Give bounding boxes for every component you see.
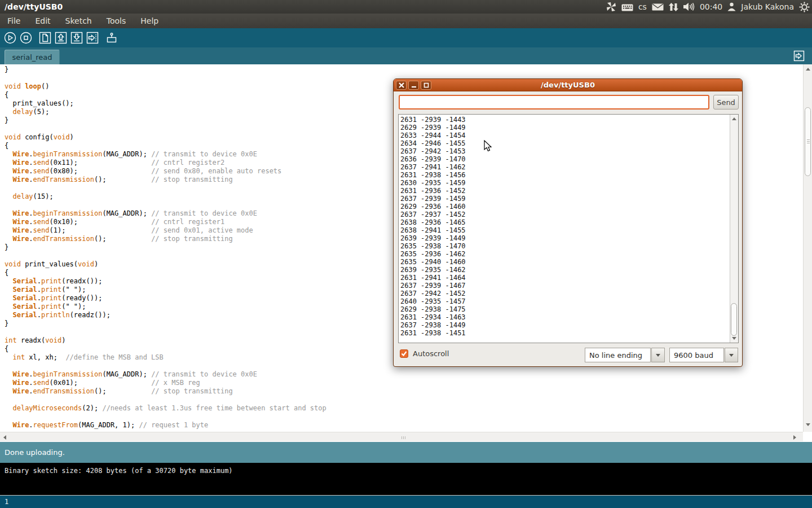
line-ending-dropdown-button[interactable]: [651, 348, 665, 362]
checkmark-icon: [400, 350, 408, 357]
tab-bar: serial_read: [0, 47, 812, 64]
screen: /dev/ttyUSB0 cs 00:40 Jakub Kakona FileE…: [0, 0, 812, 508]
status-message: Done uploading.: [5, 448, 65, 457]
line-indicator: 1: [5, 498, 8, 506]
line-number-bar: 1: [0, 495, 812, 508]
mouse-cursor: [484, 140, 493, 155]
volume-icon[interactable]: [683, 2, 695, 11]
autoscroll-label: Autoscroll: [413, 349, 449, 358]
session-gear-icon[interactable]: [799, 2, 810, 12]
serial-output[interactable]: 2631 -2939 -1443 2629 -2939 -1449 2633 -…: [400, 116, 466, 337]
scroll-left-icon[interactable]: [3, 435, 6, 440]
thumb-grip: [807, 139, 810, 140]
serial-monitor-button[interactable]: [104, 30, 119, 45]
chevron-down-icon: [729, 354, 734, 357]
keyboard-icon[interactable]: [621, 3, 633, 11]
hthumb-grip: [401, 436, 402, 439]
verify-button[interactable]: [3, 30, 17, 45]
top-panel: /dev/ttyUSB0 cs 00:40 Jakub Kakona: [0, 0, 812, 14]
tab-serial-read[interactable]: serial_read: [5, 50, 60, 64]
serial-monitor-titlebar[interactable]: /dev/ttyUSB0: [394, 79, 742, 91]
close-icon: [399, 82, 404, 88]
save-sketch-button[interactable]: [69, 30, 84, 45]
open-sketch-button[interactable]: [54, 30, 68, 45]
mail-icon[interactable]: [652, 3, 664, 11]
keyboard-layout-label[interactable]: cs: [638, 2, 647, 11]
clock-label[interactable]: 00:40: [700, 2, 722, 11]
autoscroll-checkbox[interactable]: [400, 349, 408, 358]
menu-item-sketch[interactable]: Sketch: [58, 14, 99, 28]
serial-monitor-title: /dev/ttyUSB0: [394, 81, 742, 89]
code-editor[interactable]: } void loop() { print_values(); delay(5)…: [5, 65, 326, 430]
tab-menu-button[interactable]: [793, 50, 805, 62]
status-bar: Done uploading.: [0, 442, 812, 463]
tab-label: serial_read: [12, 53, 52, 62]
minimize-icon: [411, 82, 417, 88]
scroll-up-icon[interactable]: [806, 68, 810, 71]
serial-input[interactable]: [399, 95, 709, 110]
new-sketch-button[interactable]: [38, 30, 52, 45]
chevron-down-icon: [656, 354, 660, 357]
maximize-icon: [423, 82, 429, 88]
user-icon[interactable]: [727, 2, 736, 11]
indicator-applet-icon[interactable]: [606, 2, 616, 12]
serial-monitor-controls: Autoscroll No line ending 9600 baud: [394, 348, 742, 367]
console-line: Binary sketch size: 4208 bytes (of a 307…: [5, 467, 233, 475]
serial-scroll-up-icon[interactable]: [732, 117, 736, 120]
serial-scrollbar[interactable]: [730, 115, 738, 343]
vertical-scroll-thumb[interactable]: [805, 107, 811, 176]
menu-item-tools[interactable]: Tools: [99, 14, 134, 28]
menu-item-edit[interactable]: Edit: [28, 14, 58, 28]
menu-item-help[interactable]: Help: [133, 14, 166, 28]
baud-rate-value: 9600 baud: [674, 351, 713, 360]
upload-button[interactable]: [85, 30, 100, 45]
toolbar: [0, 28, 812, 47]
serial-scroll-thumb[interactable]: [731, 303, 737, 336]
console-output: Binary sketch size: 4208 bytes (of a 307…: [0, 463, 812, 495]
menu-item-file[interactable]: File: [0, 14, 28, 28]
send-button[interactable]: Send: [713, 95, 739, 110]
serial-scroll-down-icon[interactable]: [732, 337, 736, 340]
user-name-label[interactable]: Jakub Kakona: [741, 2, 794, 11]
send-label: Send: [717, 98, 735, 107]
baud-dropdown-button[interactable]: [725, 348, 738, 362]
baud-rate-select[interactable]: 9600 baud: [669, 348, 724, 362]
network-arrows-icon[interactable]: [669, 2, 678, 12]
line-ending-value: No line ending: [589, 351, 642, 360]
serial-monitor-window: /dev/ttyUSB0 Send 2631 -2939 -1443 2629 …: [393, 78, 743, 367]
window-title: /dev/ttyUSB0: [5, 2, 63, 11]
stop-button[interactable]: [19, 30, 33, 45]
maximize-button[interactable]: [421, 81, 431, 90]
menu-bar: FileEditSketchToolsHelp: [0, 14, 812, 28]
close-button[interactable]: [396, 81, 407, 90]
serial-output-box: 2631 -2939 -1443 2629 -2939 -1449 2633 -…: [398, 114, 739, 343]
editor-vertical-scrollbar[interactable]: [803, 64, 812, 432]
scroll-right-icon[interactable]: [793, 435, 796, 440]
system-tray: cs 00:40 Jakub Kakona: [606, 0, 810, 14]
scroll-down-icon[interactable]: [806, 423, 810, 426]
editor-horizontal-scrollbar[interactable]: [0, 432, 803, 441]
line-ending-select[interactable]: No line ending: [585, 348, 651, 362]
minimize-button[interactable]: [408, 81, 419, 90]
